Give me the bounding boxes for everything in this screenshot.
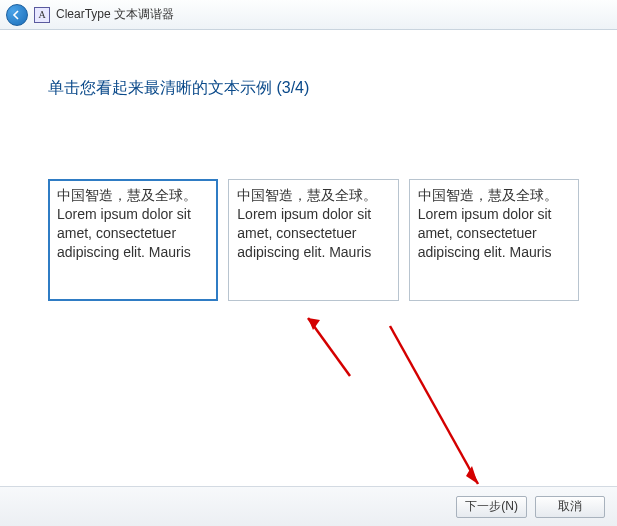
next-button[interactable]: 下一步(N): [456, 496, 527, 518]
back-button[interactable]: [6, 4, 28, 26]
sample-cn-text: 中国智造，慧及全球。: [57, 186, 209, 205]
text-sample-3[interactable]: 中国智造，慧及全球。 Lorem ipsum dolor sit amet, c…: [409, 179, 579, 301]
app-icon: A: [34, 7, 50, 23]
svg-line-2: [390, 326, 478, 484]
annotation-arrow-icon: [380, 316, 500, 496]
sample-row: 中国智造，慧及全球。 Lorem ipsum dolor sit amet, c…: [48, 179, 579, 301]
page-heading: 单击您看起来最清晰的文本示例 (3/4): [48, 78, 579, 99]
text-sample-1[interactable]: 中国智造，慧及全球。 Lorem ipsum dolor sit amet, c…: [48, 179, 218, 301]
svg-marker-3: [466, 466, 478, 484]
sample-en-text: Lorem ipsum dolor sit amet, consectetuer…: [418, 205, 570, 262]
cancel-button[interactable]: 取消: [535, 496, 605, 518]
sample-cn-text: 中国智造，慧及全球。: [237, 186, 389, 205]
svg-marker-1: [308, 318, 320, 330]
content-area: 单击您看起来最清晰的文本示例 (3/4) 中国智造，慧及全球。 Lorem ip…: [0, 30, 617, 301]
arrow-left-icon: [12, 10, 22, 20]
app-icon-letter: A: [38, 9, 45, 20]
text-sample-2[interactable]: 中国智造，慧及全球。 Lorem ipsum dolor sit amet, c…: [228, 179, 398, 301]
footer-bar: 下一步(N) 取消: [0, 486, 617, 526]
titlebar: A ClearType 文本调谐器: [0, 0, 617, 30]
annotation-arrow-icon: [296, 306, 366, 386]
sample-en-text: Lorem ipsum dolor sit amet, consectetuer…: [237, 205, 389, 262]
sample-en-text: Lorem ipsum dolor sit amet, consectetuer…: [57, 205, 209, 262]
svg-line-0: [308, 318, 350, 376]
sample-cn-text: 中国智造，慧及全球。: [418, 186, 570, 205]
window-title: ClearType 文本调谐器: [56, 6, 174, 23]
